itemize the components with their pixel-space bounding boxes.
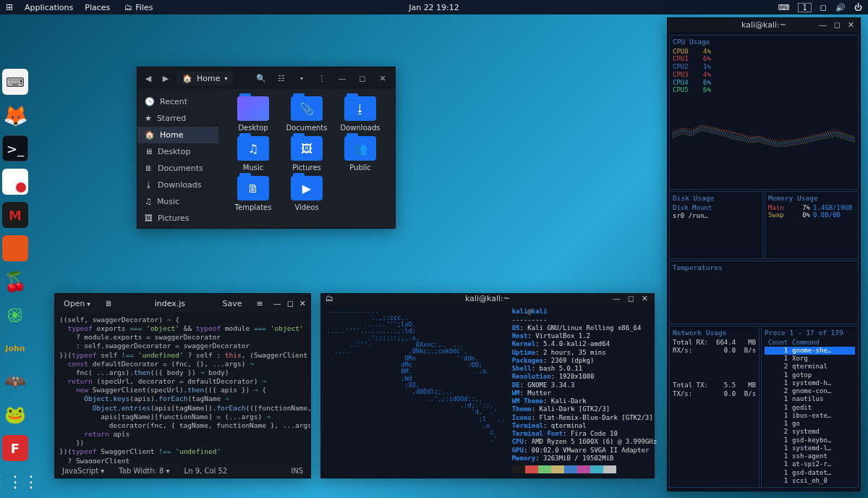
dock-john[interactable]: John	[2, 335, 28, 361]
keyboard-indicator-icon[interactable]: ⌨	[778, 3, 790, 12]
folder-label: Documents	[286, 124, 327, 132]
proc-row[interactable]: 2qterminal	[765, 363, 855, 371]
dock-cherrytree[interactable]: 🍒	[2, 269, 28, 295]
folder-documents[interactable]: 📎Documents	[282, 96, 331, 132]
cpu-legend: CPU Usage	[673, 38, 855, 46]
monitor-window: kali@kali:~ — ◻ ✕ CPU Usage CPU04%CPU16%…	[667, 17, 861, 491]
proc-row[interactable]: 1scsi_eh_0	[765, 477, 855, 485]
window-icon[interactable]: ◻	[820, 3, 827, 12]
menu-places[interactable]: Places	[85, 3, 110, 12]
folder-pictures[interactable]: 🖼Pictures	[282, 136, 331, 172]
term-close-button[interactable]: ✕	[642, 294, 648, 303]
cpu-graph	[673, 98, 855, 153]
dock-metasploit[interactable]: M	[2, 202, 28, 228]
editor-close-button[interactable]: ✕	[299, 299, 306, 308]
sidebar-item-downloads[interactable]: ⭳Downloads	[137, 177, 218, 193]
proc-row[interactable]: 1ssh-agent	[765, 452, 855, 460]
new-button[interactable]: 🗎	[101, 297, 117, 310]
hamburger-icon[interactable]: ⋮	[314, 70, 330, 86]
dock-burp[interactable]	[2, 235, 28, 261]
proc-row[interactable]: 1at-spi2-r…	[765, 460, 855, 468]
path-label: Home	[197, 74, 220, 83]
mon-close-button[interactable]: ✕	[848, 20, 854, 30]
volume-icon[interactable]: 🔊	[835, 3, 846, 12]
view-toggle-icon[interactable]: ☷	[273, 70, 289, 86]
sidebar-item-music[interactable]: ♫Music	[137, 193, 218, 210]
workspace-indicator[interactable]: 1	[798, 3, 811, 12]
proc-row[interactable]: 1gnome-she…	[765, 347, 855, 355]
editor-toolbar: Open 🗎 index.js Save ≡ — ◻ ✕	[55, 294, 310, 313]
terminal-menu-icon[interactable]: 🗂	[321, 294, 333, 303]
sidebar-item-pictures[interactable]: 🖼Pictures	[137, 210, 218, 227]
close-button[interactable]: ✕	[375, 70, 391, 86]
monitor-titlebar: kali@kali:~ — ◻ ✕	[668, 18, 860, 32]
proc-row[interactable]: 2systemd	[765, 428, 855, 436]
proc-row[interactable]: 1ibus-exte…	[765, 412, 855, 420]
search-icon[interactable]: 🔍	[253, 70, 269, 86]
folder-music[interactable]: ♫Music	[229, 136, 278, 172]
dock-keyboard[interactable]: ⌨	[2, 69, 28, 95]
dock-firefox[interactable]: 🦊	[2, 102, 28, 128]
menu-files[interactable]: 🗂 Files	[124, 3, 153, 12]
folder-templates[interactable]: 🗎Templates	[229, 176, 278, 211]
term-maximize-button[interactable]: ◻	[628, 294, 634, 303]
editor-minimize-button[interactable]: —	[273, 299, 281, 308]
minimize-button[interactable]: —	[334, 70, 350, 86]
proc-row[interactable]: 1gsd-keybo…	[765, 436, 855, 444]
open-button[interactable]: Open	[59, 297, 95, 310]
mon-maximize-button[interactable]: ◻	[834, 20, 841, 30]
mon-minimize-button[interactable]: —	[819, 20, 827, 30]
maximize-button[interactable]: ◻	[354, 70, 370, 86]
folder-desktop[interactable]: Desktop	[229, 96, 278, 132]
folder-label: Pictures	[292, 164, 321, 172]
sidebar-item-recent[interactable]: 🕓Recent	[137, 93, 218, 110]
sidebar-label: Desktop	[158, 147, 190, 156]
folder-icon	[237, 96, 269, 121]
dock-frog[interactable]: 🐸	[2, 402, 28, 428]
sidebar-item-starred[interactable]: ★Starred	[137, 110, 218, 127]
dock-recon[interactable]: 🦇	[2, 368, 28, 394]
folder-videos[interactable]: ▶Videos	[282, 176, 331, 211]
nav-forward-button[interactable]: ▶	[159, 72, 172, 85]
save-button[interactable]: Save	[218, 297, 246, 310]
dock-asset[interactable]: ֎	[2, 302, 28, 328]
menu-applications[interactable]: Applications	[25, 3, 73, 12]
folder-public[interactable]: 👥Public	[336, 136, 385, 172]
power-icon[interactable]: ⏻	[854, 3, 862, 12]
term-minimize-button[interactable]: —	[613, 294, 621, 303]
panel-datetime[interactable]: Jan 22 19:12	[409, 3, 459, 12]
john-icon: John	[5, 344, 25, 353]
neofetch-ascii: .............. ..,;:ccc,. ......''';lxO.…	[327, 308, 505, 473]
sidebar-item-home[interactable]: 🏠Home	[137, 127, 218, 143]
activities-icon[interactable]: ⊞	[6, 2, 13, 12]
sidebar-label: Recent	[160, 97, 187, 106]
view-options-icon[interactable]: ▾	[294, 70, 310, 86]
editor-menu-icon[interactable]: ≡	[252, 297, 267, 310]
sidebar-item-desktop[interactable]: 🖥Desktop	[137, 143, 218, 160]
dock-show-apps[interactable]: ⋮⋮⋮	[2, 468, 28, 494]
proc-row[interactable]: 1systemd-h…	[765, 379, 855, 387]
editor-maximize-button[interactable]: ◻	[287, 299, 294, 308]
dock-terminal[interactable]: >_	[2, 135, 28, 161]
sidebar-item-documents[interactable]: 🗎Documents	[137, 160, 218, 177]
dock-faraday[interactable]: F	[2, 435, 28, 461]
chevron-down-icon: ▾	[224, 75, 227, 82]
proc-row[interactable]: 2gnome-con…	[765, 387, 855, 395]
status-lang[interactable]: JavaScript ▾	[62, 467, 104, 475]
proc-row[interactable]: 1Xorg	[765, 355, 855, 363]
disk-legend: Disk Usage	[673, 194, 760, 202]
proc-row[interactable]: 1nautilus	[765, 395, 855, 403]
nav-back-button[interactable]: ◀	[142, 72, 155, 85]
proc-row[interactable]: 1gsd-datet…	[765, 469, 855, 477]
dock-document[interactable]	[2, 169, 28, 195]
proc-row[interactable]: 1go	[765, 420, 855, 428]
path-bar[interactable]: 🏠 Home ▾	[176, 72, 234, 85]
status-tabwidth[interactable]: Tab Width: 8 ▾	[119, 467, 169, 475]
folder-downloads[interactable]: ⭳Downloads	[336, 96, 385, 132]
terminal-body[interactable]: .............. ..,;:ccc,. ......''';lxO.…	[321, 303, 654, 478]
editor-body[interactable]: ((self, swaggerDecorator) ⇒ { typeof exp…	[55, 313, 310, 463]
proc-row[interactable]: 1systemd-l…	[765, 444, 855, 452]
proc-row[interactable]: 1gedit	[765, 404, 855, 412]
memory-pane: Memory Usage Main7% 1.4GB/19GBSwap0% 0.0…	[765, 191, 859, 259]
proc-row[interactable]: 1gotop	[765, 371, 855, 379]
